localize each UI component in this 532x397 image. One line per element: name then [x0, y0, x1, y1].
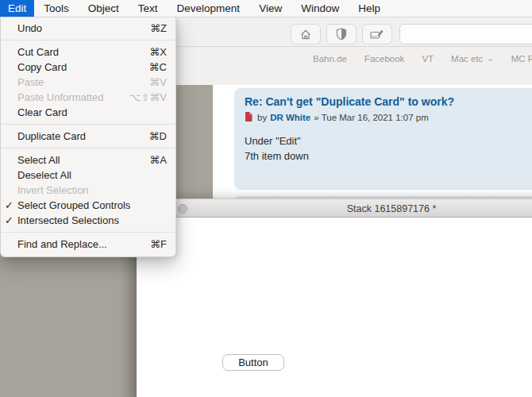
bookmarks-bar: Bahn.de Facebook VT Mac etc ⌄ MC RR ⌄: [176, 47, 532, 71]
menubar-item-tools[interactable]: Tools: [34, 0, 79, 17]
compose-button[interactable]: [362, 24, 392, 44]
menu-item-label: Cut Card: [17, 46, 141, 58]
bookmark-label: Bahn.de: [313, 54, 347, 64]
post-body: Under "Edit" 7th item down: [245, 133, 528, 164]
byline-prefix: by: [257, 113, 267, 122]
menu-item-intersected-selections[interactable]: ✓ Intersected Selections: [1, 213, 175, 228]
bookmark-item[interactable]: Bahn.de: [313, 54, 347, 64]
post-byline: by DR White » Tue Mar 16, 2021 1:07 pm: [245, 112, 528, 123]
menu-separator: [1, 40, 175, 40]
menu-item-shortcut: ⌘D: [149, 130, 167, 142]
menu-item-select-grouped-controls[interactable]: ✓ Select Grouped Controls: [1, 198, 175, 213]
post-body-line: Under "Edit": [245, 133, 528, 148]
bookmark-label: VT: [422, 54, 434, 64]
menubar-item-edit[interactable]: Edit: [0, 0, 34, 17]
bookmark-folder[interactable]: MC RR ⌄: [511, 54, 532, 64]
menu-item-label: Find and Replace...: [17, 238, 142, 250]
menu-item-paste: Paste ⌘V: [1, 75, 175, 90]
menu-item-duplicate-card[interactable]: Duplicate Card ⌘D: [1, 129, 175, 144]
menu-item-label: Paste: [17, 76, 141, 88]
menu-item-find-and-replace[interactable]: Find and Replace... ⌘F: [1, 237, 175, 252]
menu-item-clear-card[interactable]: Clear Card: [1, 105, 175, 120]
home-icon: [299, 29, 312, 40]
post-author-link[interactable]: DR White: [270, 113, 310, 122]
menu-item-shortcut: ⌘A: [149, 154, 167, 166]
stack-window-content: Button: [137, 218, 532, 397]
checkmark-icon: ✓: [5, 199, 13, 211]
menu-item-shortcut: ⌘X: [149, 46, 167, 58]
menubar-item-development[interactable]: Development: [168, 0, 250, 17]
menu-item-shortcut: ⌘C: [149, 61, 167, 73]
menu-item-copy-card[interactable]: Copy Card ⌘C: [1, 60, 175, 75]
bookmark-item[interactable]: VT: [422, 54, 434, 64]
bookmark-label: MC RR: [511, 54, 532, 64]
menu-item-label: Invert Selection: [17, 184, 159, 196]
edit-menu: Undo ⌘Z Cut Card ⌘X Copy Card ⌘C Paste ⌘…: [0, 17, 176, 257]
stack-button[interactable]: Button: [222, 354, 284, 371]
menu-item-shortcut: ⌥⇧⌘V: [129, 91, 167, 103]
menu-separator: [1, 124, 175, 125]
stack-window-title: Stack 1615897176 *: [137, 199, 532, 218]
browser-toolbar: Bahn.de Facebook VT Mac etc ⌄ MC RR ⌄: [176, 17, 532, 85]
menu-item-label: Select All: [17, 154, 141, 166]
menu-item-undo[interactable]: Undo ⌘Z: [1, 21, 175, 36]
menu-separator: [1, 148, 175, 148]
menu-item-label: Select Grouped Controls: [17, 199, 159, 211]
menu-item-label: Duplicate Card: [17, 130, 141, 142]
shield-icon: [336, 28, 347, 40]
browser-content: Re: Can't get "Duplicate Card" to work? …: [213, 85, 532, 198]
shield-button[interactable]: [326, 24, 357, 44]
menu-bar: Edit Tools Object Text Development View …: [0, 0, 532, 17]
menu-item-invert-selection: Invert Selection: [1, 183, 175, 198]
post-title[interactable]: Re: Can't get "Duplicate Card" to work?: [245, 95, 528, 108]
menu-item-label: Intersected Selections: [17, 214, 159, 226]
menu-item-deselect-all[interactable]: Deselect All: [1, 168, 175, 183]
menu-item-cut-card[interactable]: Cut Card ⌘X: [1, 44, 175, 60]
bookmark-item[interactable]: Facebook: [364, 54, 405, 64]
menu-item-shortcut: ⌘V: [149, 76, 167, 88]
menu-item-paste-unformatted: Paste Unformatted ⌥⇧⌘V: [1, 90, 175, 105]
bookmark-label: Mac etc: [451, 54, 483, 64]
stack-window: Stack 1615897176 * Button: [137, 198, 532, 397]
menu-item-label: Clear Card: [17, 106, 159, 118]
stack-window-titlebar[interactable]: Stack 1615897176 *: [137, 198, 532, 218]
chevron-down-icon: ⌄: [487, 56, 493, 62]
menu-item-shortcut: ⌘Z: [150, 22, 167, 34]
bookmark-label: Facebook: [364, 54, 405, 64]
menu-item-shortcut: ⌘F: [150, 238, 167, 250]
forum-post: Re: Can't get "Duplicate Card" to work? …: [234, 88, 532, 190]
byline-date: » Tue Mar 16, 2021 1:07 pm: [314, 113, 428, 122]
menu-item-label: Paste Unformatted: [17, 91, 121, 103]
post-body-line: 7th item down: [245, 148, 528, 164]
address-bar-input[interactable]: [399, 24, 532, 44]
bookmark-folder[interactable]: Mac etc ⌄: [451, 54, 494, 64]
checkmark-icon: ✓: [5, 214, 13, 226]
menubar-item-view[interactable]: View: [249, 0, 291, 17]
compose-icon: [370, 29, 384, 40]
menubar-item-help[interactable]: Help: [349, 0, 390, 17]
menu-item-label: Deselect All: [17, 169, 159, 181]
menu-item-select-all[interactable]: Select All ⌘A: [1, 152, 175, 168]
menubar-item-window[interactable]: Window: [291, 0, 349, 17]
menu-item-label: Undo: [17, 22, 142, 34]
menubar-item-object[interactable]: Object: [79, 0, 129, 17]
menu-separator: [1, 232, 175, 233]
menubar-item-text[interactable]: Text: [129, 0, 168, 17]
post-file-icon: [245, 112, 253, 123]
home-button[interactable]: [291, 24, 321, 44]
menu-item-label: Copy Card: [17, 61, 141, 73]
